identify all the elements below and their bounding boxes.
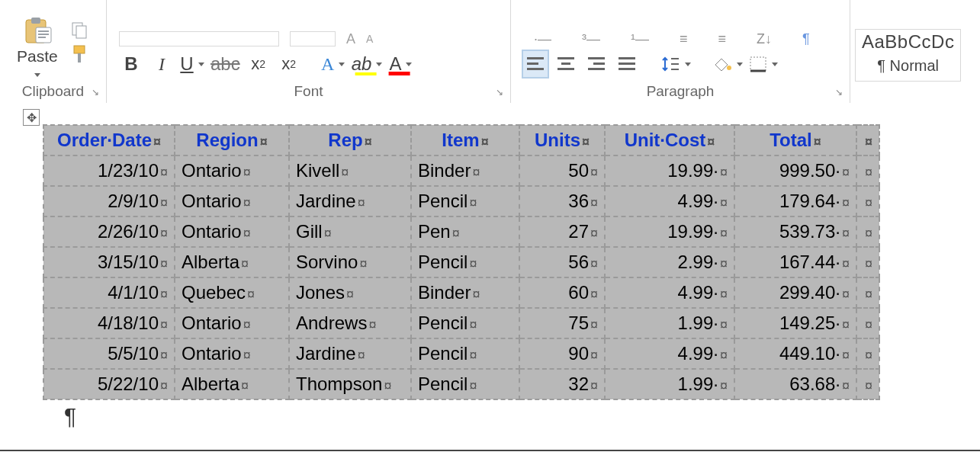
cell-region[interactable]: Ontario¤: [175, 155, 289, 186]
col-total[interactable]: Total¤: [734, 125, 856, 155]
paste-button[interactable]: Paste: [12, 17, 63, 77]
cell-rep[interactable]: Jones¤: [289, 277, 411, 308]
cell-region[interactable]: Ontario¤: [175, 338, 289, 369]
align-left-button[interactable]: [523, 51, 548, 77]
cell-units[interactable]: 50¤: [519, 155, 605, 186]
col-units[interactable]: Units¤: [519, 125, 605, 155]
cell-region[interactable]: Alberta¤: [175, 247, 289, 277]
table-row[interactable]: 4/1/10¤Quebec¤Jones¤Binder¤60¤4.99·¤299.…: [43, 277, 879, 308]
cell-units[interactable]: 90¤: [519, 338, 605, 369]
cell-units[interactable]: 32¤: [519, 369, 605, 399]
cell-rep[interactable]: Gill¤: [289, 216, 411, 247]
cell-unit-cost[interactable]: 4.99·¤: [605, 338, 734, 369]
cell-region[interactable]: Ontario¤: [175, 308, 289, 338]
col-unit-cost[interactable]: Unit·Cost¤: [605, 125, 734, 155]
cell-item[interactable]: Binder¤: [411, 155, 519, 186]
cell-region[interactable]: Alberta¤: [175, 369, 289, 399]
cell-item[interactable]: Pencil¤: [411, 369, 519, 399]
increase-indent-button[interactable]: ≡: [718, 31, 727, 47]
cell-region[interactable]: Quebec¤: [175, 277, 289, 308]
bullets-button[interactable]: ·—: [534, 31, 551, 47]
subscript-button[interactable]: x2: [246, 51, 271, 77]
align-right-button[interactable]: [584, 51, 609, 77]
cell-item[interactable]: Pencil¤: [411, 308, 519, 338]
cell-total[interactable]: 449.10·¤: [734, 338, 856, 369]
cell-total[interactable]: 299.40·¤: [734, 277, 856, 308]
cell-unit-cost[interactable]: 1.99·¤: [605, 308, 734, 338]
col-item[interactable]: Item¤: [411, 125, 519, 155]
cell-units[interactable]: 27¤: [519, 216, 605, 247]
table-row[interactable]: 4/18/10¤Ontario¤Andrews¤Pencil¤75¤1.99·¤…: [43, 308, 879, 338]
strikethrough-button[interactable]: abc: [210, 51, 240, 77]
cell-order-date[interactable]: 5/22/10¤: [43, 369, 175, 399]
font-name-combo[interactable]: [119, 31, 279, 46]
cell-order-date[interactable]: 5/5/10¤: [43, 338, 175, 369]
bold-button[interactable]: B: [119, 51, 143, 77]
sort-button[interactable]: Z↓: [757, 31, 772, 47]
cell-units[interactable]: 36¤: [519, 186, 605, 216]
col-region[interactable]: Region¤: [175, 125, 289, 155]
text-highlight-button[interactable]: ab: [352, 51, 383, 77]
cell-rep[interactable]: Jardine¤: [289, 338, 411, 369]
numbering-button[interactable]: ³—: [582, 31, 600, 47]
cell-total[interactable]: 999.50·¤: [734, 155, 856, 186]
cell-order-date[interactable]: 3/15/10¤: [43, 247, 175, 277]
clipboard-dialog-launcher[interactable]: [89, 86, 101, 98]
table-row[interactable]: 3/15/10¤Alberta¤Sorvino¤Pencil¤56¤2.99·¤…: [43, 247, 879, 277]
table-row[interactable]: 5/5/10¤Ontario¤Jardine¤Pencil¤90¤4.99·¤4…: [43, 338, 879, 369]
cell-unit-cost[interactable]: 1.99·¤: [605, 369, 734, 399]
cell-order-date[interactable]: 4/18/10¤: [43, 308, 175, 338]
font-color-button[interactable]: A: [388, 51, 413, 77]
multilevel-list-button[interactable]: ¹—: [631, 31, 649, 47]
show-hide-button[interactable]: ¶: [802, 31, 810, 47]
align-justify-button[interactable]: [615, 51, 639, 77]
cell-total[interactable]: 179.64·¤: [734, 186, 856, 216]
cell-item[interactable]: Pencil¤: [411, 186, 519, 216]
cell-rep[interactable]: Sorvino¤: [289, 247, 411, 277]
cell-total[interactable]: 63.68·¤: [734, 369, 856, 399]
cell-item[interactable]: Pen¤: [411, 216, 519, 247]
col-rep[interactable]: Rep¤: [289, 125, 411, 155]
shrink-font-button[interactable]: A: [366, 33, 373, 45]
cell-unit-cost[interactable]: 2.99·¤: [605, 247, 734, 277]
format-painter-button[interactable]: [69, 44, 90, 64]
superscript-button[interactable]: x2: [277, 51, 301, 77]
font-dialog-launcher[interactable]: [493, 86, 506, 98]
cell-item[interactable]: Pencil¤: [411, 247, 519, 277]
decrease-indent-button[interactable]: ≡: [680, 31, 688, 47]
cell-order-date[interactable]: 2/26/10¤: [43, 216, 175, 247]
text-effects-button[interactable]: A: [321, 51, 345, 77]
cell-rep[interactable]: Jardine¤: [289, 186, 411, 216]
cell-units[interactable]: 56¤: [519, 247, 605, 277]
cell-unit-cost[interactable]: 19.99·¤: [605, 216, 734, 247]
shading-button[interactable]: [712, 51, 743, 77]
table-row[interactable]: 1/23/10¤Ontario¤Kivell¤Binder¤50¤19.99·¤…: [43, 155, 879, 186]
cell-item[interactable]: Pencil¤: [411, 338, 519, 369]
paragraph-dialog-launcher[interactable]: [833, 86, 845, 98]
italic-button[interactable]: I: [149, 51, 174, 77]
cell-order-date[interactable]: 4/1/10¤: [43, 277, 175, 308]
cell-item[interactable]: Binder¤: [411, 277, 519, 308]
table-row[interactable]: 2/26/10¤Ontario¤Gill¤Pen¤27¤19.99·¤539.7…: [43, 216, 879, 247]
data-table[interactable]: Order·Date¤ Region¤ Rep¤ Item¤ Units¤ Un…: [43, 124, 880, 400]
table-row[interactable]: 5/22/10¤Alberta¤Thompson¤Pencil¤32¤1.99·…: [43, 369, 879, 399]
table-move-handle[interactable]: ✥: [23, 109, 40, 126]
style-normal[interactable]: AaBbCcDc ¶ Normal: [855, 29, 961, 82]
cell-unit-cost[interactable]: 4.99·¤: [605, 277, 734, 308]
cell-region[interactable]: Ontario¤: [175, 216, 289, 247]
cell-rep[interactable]: Andrews¤: [289, 308, 411, 338]
grow-font-button[interactable]: A: [346, 31, 355, 47]
cell-units[interactable]: 60¤: [519, 277, 605, 308]
cell-order-date[interactable]: 2/9/10¤: [43, 186, 175, 216]
cell-rep[interactable]: Thompson¤: [289, 369, 411, 399]
cell-total[interactable]: 539.73·¤: [734, 216, 856, 247]
cell-unit-cost[interactable]: 19.99·¤: [605, 155, 734, 186]
cell-units[interactable]: 75¤: [519, 308, 605, 338]
align-center-button[interactable]: [554, 51, 578, 77]
col-order-date[interactable]: Order·Date¤: [43, 125, 175, 155]
cell-region[interactable]: Ontario¤: [175, 186, 289, 216]
font-size-combo[interactable]: [290, 31, 336, 46]
cell-rep[interactable]: Kivell¤: [289, 155, 411, 186]
cell-unit-cost[interactable]: 4.99·¤: [605, 186, 734, 216]
cell-order-date[interactable]: 1/23/10¤: [43, 155, 175, 186]
